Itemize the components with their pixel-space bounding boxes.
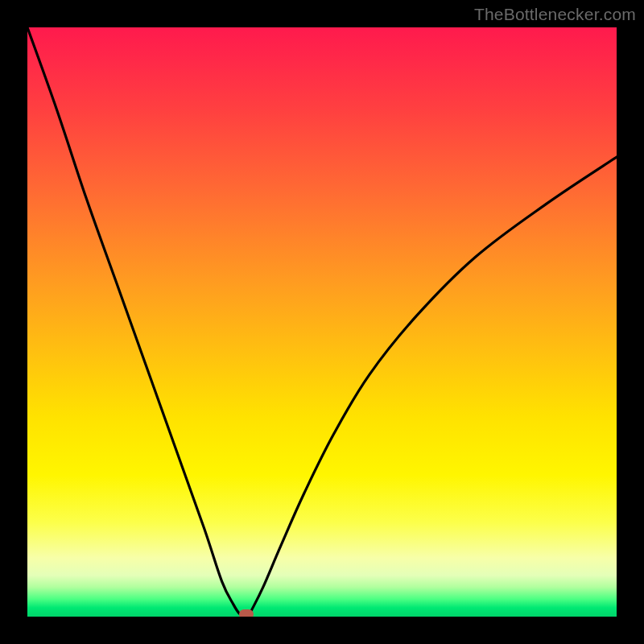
- curve-svg: [27, 27, 617, 617]
- optimum-marker: [239, 609, 254, 617]
- watermark-text: TheBottlenecker.com: [474, 5, 636, 24]
- bottleneck-curve: [27, 27, 617, 617]
- plot-area: [27, 27, 617, 617]
- chart-frame: TheBottlenecker.com: [0, 0, 644, 644]
